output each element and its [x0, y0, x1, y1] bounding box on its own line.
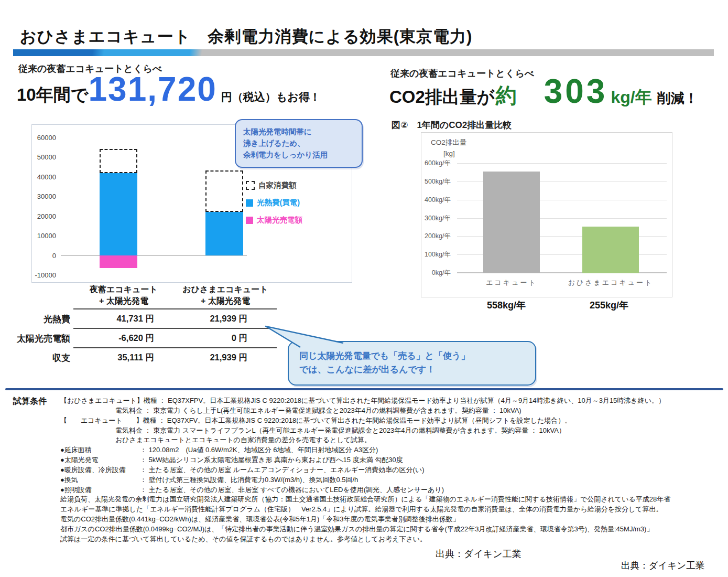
condition-label: ●延床面積: [60, 445, 140, 455]
condition-label: ●照明設備: [60, 485, 140, 495]
table-column-header: 夜蓄エコキュート + 太陽光発電: [73, 284, 174, 309]
purchase-cost-bar: [205, 212, 243, 255]
co2-value-label-ohisama: 255kg/年: [567, 299, 651, 312]
condition-line: 試算は一定の条件に基づいて算出しているため、その値を保証するものではありません。…: [60, 535, 727, 544]
condition-value: ： 120.08m2 (Ua値 0.6W/m2K、地域区分 6地域、年間日射地域…: [140, 445, 378, 455]
co2-chart-y-axis: 600kg/年500kg/年400kg/年300kg/年200kg/年100kg…: [421, 152, 453, 273]
condition-line: 【 エコキュート 】機種 ： EQ37XFV。日本工業規格JIS C 9220:…: [60, 416, 727, 426]
co2-headline: CO2排出量が約303kg/年削減！: [389, 74, 698, 110]
condition-label: ●暖房設備、冷房設備: [60, 465, 140, 475]
condition-value: ： 壁付け式第三種換気設備、比消費電力0.3W/(m3/h)、換気回数0.5回/…: [140, 475, 358, 485]
solar-sell-bar: [100, 255, 137, 269]
condition-line: ●延床面積： 120.08m2 (Ua値 0.6W/m2K、地域区分 6地域、年…: [60, 445, 727, 455]
y-axis-tick-label: 30000: [31, 193, 56, 200]
table-cell-value: -6,620 円: [73, 329, 174, 348]
condition-line: ●照明設備： 主たる居室、その他の居室、非居室 すべての機器においてLEDを使用…: [60, 485, 727, 495]
co2-figure-caption: 図② 1年間のCO2排出量比較: [392, 119, 512, 131]
co2-emissions-chart: CO2排出量 [kg] 600kg/年500kg/年400kg/年300kg/年…: [421, 132, 672, 297]
co2-category-label: おひさまエコキュート: [558, 278, 663, 287]
cost-chart-legend: 自家消費額光熱費(買電)太陽光売電額: [246, 180, 302, 232]
y-axis-tick-label: 60000: [31, 134, 56, 142]
legend-label: 光熱費(買電): [257, 198, 300, 208]
table-column-header: おひさまエコキュート + 太陽光発電: [174, 284, 277, 309]
conditions-text: 【おひさまエコキュート】機種 ： EQ37XFPV。日本工業規格JIS C 92…: [60, 396, 727, 544]
self-consumption-dashed-box: [205, 170, 243, 212]
condition-line: 都市ガスのCO2排出量係数(0.0499kg−CO2/MJ)は、「特定排出者の事…: [60, 525, 727, 535]
y-axis-tick-label: 10000: [31, 232, 56, 240]
condition-line: 電気料金 ： 東京電力 スマートライフプランL（再生可能エネルギー発電促進賦課金…: [60, 426, 727, 436]
legend-swatch: [246, 181, 255, 190]
cost-chart-plot-area: [61, 133, 247, 275]
conditions-heading: 試算条件: [13, 396, 47, 407]
condition-line: エネルギー基準に準拠した「エネルギー消費性能計算プログラム（住宅版） Ver2.…: [60, 505, 727, 515]
legend-swatch: [246, 217, 253, 224]
condition-label: ●換気: [60, 475, 140, 485]
condition-value: ： 5kW結晶シリコン系太陽電池屋根置き形 真南から東および西へ15 度未満 勾…: [140, 455, 403, 465]
legend-item: 太陽光売電額: [246, 215, 302, 225]
gridline: [457, 163, 667, 164]
condition-value: ： 主たる居室、その他の居室、非居室 すべての機器においてLEDを使用(調光、人…: [140, 485, 444, 495]
legend-label: 自家消費額: [258, 180, 297, 190]
section-divider: [5, 388, 723, 390]
y-axis-tick-label: -10000: [31, 271, 56, 279]
speech-bubble-tail: [264, 323, 347, 350]
cost-table: 夜蓄エコキュート + 太陽光発電おひさまエコキュート + 太陽光発電光熱費41,…: [15, 284, 277, 367]
y-axis-tick-label: 100kg/年: [421, 250, 451, 259]
y-axis-tick-label: 20000: [31, 212, 56, 220]
savings-amount: 131,720: [88, 72, 216, 106]
co2-value-label-ecocute: 558kg/年: [464, 299, 548, 312]
cost-chart-y-axis: 6000050000400003000020000100000-10000: [32, 133, 57, 275]
y-axis-tick-label: 200kg/年: [421, 232, 451, 241]
table-corner-cell: [15, 284, 73, 309]
purchase-cost-bar: [100, 173, 137, 255]
table-cell-value: 35,111 円: [73, 348, 174, 367]
y-axis-tick-label: 400kg/年: [421, 196, 451, 205]
table-cell-value: 21,939 円: [174, 309, 277, 329]
self-consumption-dashed-box: [100, 149, 137, 173]
chart-callout-bubble: 太陽光発電時間帯に 沸き上げるため、 余剰電力をしっかり活用: [235, 119, 363, 168]
savings-prefix: 10年間で: [17, 83, 88, 107]
source-credit: 出典：ダイキン工業: [436, 548, 521, 560]
condition-line: ●暖房設備、冷房設備： 主たる居室、その他の居室 ルームエアコンディショナー、エ…: [60, 465, 727, 475]
legend-item: 光熱費(買電): [246, 198, 302, 208]
co2-prefix: CO2排出量が: [389, 86, 495, 109]
document-page: おひさまエコキュート 余剰電力消費による効果(東京電力) 従来の夜蓄エコキュート…: [0, 0, 728, 577]
accent-bar: [13, 49, 714, 56]
condition-label: ●太陽光発電: [60, 455, 140, 465]
y-axis-tick-label: 500kg/年: [421, 177, 451, 186]
source-credit: 出典：ダイキン工業: [621, 559, 704, 572]
co2-unit: kg/年: [611, 86, 651, 109]
table-cell-value: 0 円: [174, 329, 277, 348]
y-axis-tick-label: 300kg/年: [421, 214, 451, 223]
co2-approx: 約: [496, 81, 517, 110]
co2-bar: [582, 227, 639, 273]
condition-line: ●換気： 壁付け式第三種換気設備、比消費電力0.3W/(m3/h)、換気回数0.…: [60, 475, 727, 485]
y-axis-tick-label: 40000: [31, 173, 56, 181]
condition-line: 給湯負荷、太陽光発電の余剰電力は国立研究開発法人建築研究所（協力：国土交通省国土…: [60, 495, 727, 505]
co2-bar: [483, 172, 540, 273]
condition-line: 【おひさまエコキュート】機種 ： EQ37XFPV。日本工業規格JIS C 92…: [60, 396, 727, 406]
y-axis-tick-label: 0: [31, 252, 56, 260]
co2-chart-plot-area: [457, 152, 667, 273]
table-row-label: 収支: [15, 348, 73, 367]
legend-item: 自家消費額: [246, 180, 302, 190]
y-axis-tick-label: 600kg/年: [421, 159, 451, 168]
savings-suffix: 円（税込）もお得！: [221, 90, 321, 104]
co2-suffix: 削減！: [657, 89, 698, 108]
table-row-label: 光熱費: [15, 309, 73, 329]
co2-y-axis-title: CO2排出量: [431, 138, 466, 147]
savings-headline: 10年間で131,720円（税込）もお得！: [17, 72, 321, 107]
legend-swatch: [246, 199, 253, 207]
condition-value: ： 主たる居室、その他の居室 ルームエアコンディショナー、エネルギー消費効率の区…: [140, 465, 425, 475]
condition-line: おひさまエコキュートとエコキュートの自家消費量の差分を売電するとして試算。: [60, 435, 727, 445]
condition-line: 電気料金 ： 東京電力 くらし上手L(再生可能エネルギー発電促進賦課金と2023…: [60, 406, 727, 416]
table-row-label: 太陽光売電額: [15, 329, 73, 348]
co2-category-label: エコキュート: [459, 278, 564, 287]
legend-label: 太陽光売電額: [257, 215, 302, 225]
condition-line: ●太陽光発電： 5kW結晶シリコン系太陽電池屋根置き形 真南から東および西へ15…: [60, 455, 727, 465]
page-title: おひさまエコキュート 余剰電力消費による効果(東京電力): [20, 26, 472, 48]
table-cell-value: 41,731 円: [73, 309, 174, 329]
table-cell-value: 21,939 円: [174, 348, 277, 367]
condition-line: 電気のCO2排出量係数(0.441kg−CO2/kWh)は、経済産業省、環境省公…: [60, 515, 727, 525]
co2-amount: 303: [544, 74, 608, 108]
